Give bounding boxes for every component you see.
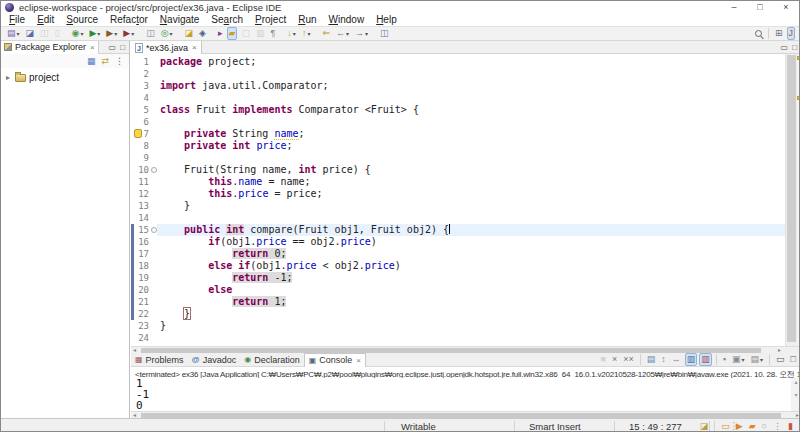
- code-line-21[interactable]: 21 return 1;: [131, 296, 785, 308]
- maximize-panel-icon[interactable]: □: [789, 353, 798, 366]
- gutter[interactable]: 13: [131, 200, 157, 212]
- flag-icon[interactable]: ▸: [216, 27, 225, 40]
- show-whitespace-icon[interactable]: ¶: [269, 27, 278, 40]
- gutter[interactable]: 11: [131, 176, 157, 188]
- minimize-window-button[interactable]: –: [721, 1, 747, 14]
- code-line-24[interactable]: 24: [131, 332, 785, 344]
- java-perspective-button[interactable]: J: [787, 27, 796, 40]
- new-class-icon[interactable]: ◎▾: [159, 27, 175, 40]
- tab-console[interactable]: ▣Console×: [304, 353, 366, 367]
- mark-occurrences-icon[interactable]: ▰: [227, 27, 238, 40]
- remove-all-launches-icon[interactable]: ××: [621, 353, 636, 366]
- code-line-6[interactable]: 6: [131, 116, 785, 128]
- tree-item-project[interactable]: ▸project: [1, 71, 129, 84]
- console-horizontal-scrollbar[interactable]: ◂ ▸: [131, 411, 800, 418]
- minimize-panel-icon[interactable]: ▭: [774, 353, 787, 366]
- gutter[interactable]: 5: [131, 104, 157, 116]
- annotations-icon[interactable]: ▢: [239, 27, 252, 40]
- code-line-8[interactable]: 8 private int price;: [131, 140, 785, 152]
- close-view-icon[interactable]: ×: [90, 43, 95, 52]
- editor-tab-ex36[interactable]: J *ex36.java ×: [131, 41, 202, 54]
- display-console-icon[interactable]: ▣▾: [730, 353, 747, 366]
- edit-trim-icon[interactable]: ▰: [747, 420, 758, 432]
- dropdown-arrow-icon[interactable]: ▾: [114, 30, 117, 37]
- scrollbar-thumb[interactable]: [787, 55, 796, 342]
- gutter[interactable]: 14: [131, 212, 157, 224]
- close-tab-icon[interactable]: ×: [356, 356, 361, 365]
- debug-icon[interactable]: ◉▾: [70, 27, 86, 40]
- scroll-lock-icon[interactable]: ↕: [659, 353, 668, 366]
- code-line-12[interactable]: 12 this.price = price;: [131, 188, 785, 200]
- code-line-9[interactable]: 9: [131, 152, 785, 164]
- show-stderr-icon[interactable]: ▥: [699, 353, 712, 366]
- dropdown-arrow-icon[interactable]: ▾: [346, 30, 349, 37]
- clear-console-icon[interactable]: ▤: [645, 353, 658, 366]
- back-icon[interactable]: ←▾: [334, 27, 351, 40]
- menu-navigate[interactable]: Navigate: [154, 14, 205, 26]
- code-area[interactable]: 1package project;23import java.util.Comp…: [131, 54, 785, 346]
- minimize-view-icon[interactable]: ▭: [107, 41, 119, 54]
- gutter[interactable]: 21: [131, 296, 157, 308]
- code-line-10[interactable]: 10 Fruit(String name, int price) {: [131, 164, 785, 176]
- tab-declaration[interactable]: ◉Declaration: [240, 353, 304, 367]
- terminate-icon[interactable]: ■: [599, 353, 608, 366]
- coverage-icon[interactable]: ▶▾: [104, 27, 119, 40]
- menu-help[interactable]: Help: [370, 14, 403, 26]
- maximize-window-button[interactable]: □: [747, 1, 773, 14]
- gutter[interactable]: 3: [131, 80, 157, 92]
- code-line-20[interactable]: 20 else: [131, 284, 785, 296]
- window-trim-icon[interactable]: ▭: [719, 420, 732, 432]
- external-tools-icon[interactable]: ▶▾: [121, 27, 136, 40]
- dropdown-arrow-icon[interactable]: ▾: [307, 30, 310, 37]
- menu-source[interactable]: Source: [60, 14, 104, 26]
- gutter[interactable]: 16: [131, 236, 157, 248]
- selected-element-icon[interactable]: ▥: [254, 27, 267, 40]
- pin-editor-icon[interactable]: ◫: [378, 27, 391, 40]
- gutter[interactable]: 9: [131, 152, 157, 164]
- last-edit-location-icon[interactable]: ⇐: [320, 27, 332, 40]
- java-decoration-icon[interactable]: ◪: [698, 420, 711, 432]
- new-java-project-icon[interactable]: ◫: [144, 27, 157, 40]
- search-flashlight-icon[interactable]: ◈: [197, 27, 208, 40]
- idle-circle-icon[interactable]: ○: [760, 420, 769, 432]
- dropdown-arrow-icon[interactable]: ▾: [365, 30, 368, 37]
- gutter[interactable]: 24: [131, 332, 157, 344]
- code-line-19[interactable]: 19 return -1;: [131, 272, 785, 284]
- editor-vertical-scrollbar[interactable]: [785, 54, 797, 346]
- overflow-dots-icon[interactable]: ⋮: [771, 420, 784, 432]
- menu-refactor[interactable]: Refactor: [104, 14, 154, 26]
- fold-marker-icon[interactable]: [151, 167, 157, 173]
- code-line-16[interactable]: 16 if(obj1.price == obj2.price): [131, 236, 785, 248]
- gutter[interactable]: 6: [131, 116, 157, 128]
- dropdown-arrow-icon[interactable]: ▾: [170, 30, 173, 37]
- gutter[interactable]: 20: [131, 284, 157, 296]
- next-annotation-icon[interactable]: ↓▾: [285, 27, 298, 40]
- gutter[interactable]: 22: [131, 308, 157, 320]
- code-line-23[interactable]: 23}: [131, 320, 785, 332]
- code-line-7[interactable]: 7 private String name;: [131, 128, 785, 140]
- gutter[interactable]: 7: [131, 128, 157, 140]
- code-line-15[interactable]: 15 public int compare(Fruit obj1, Fruit …: [131, 224, 785, 236]
- gutter[interactable]: 2: [131, 68, 157, 80]
- gutter[interactable]: 10: [131, 164, 157, 176]
- run-icon[interactable]: ▶▾: [87, 27, 102, 40]
- open-perspective-icon[interactable]: ⊞: [773, 27, 785, 40]
- gutter[interactable]: 8: [131, 140, 157, 152]
- tab-problems[interactable]: ▦Problems: [131, 353, 188, 367]
- notification-icon[interactable]: ▮: [786, 420, 795, 432]
- open-task-icon[interactable]: ◪: [183, 27, 196, 40]
- gutter[interactable]: 19: [131, 272, 157, 284]
- maximize-editor-icon[interactable]: □: [790, 41, 799, 54]
- save-icon[interactable]: ◪: [24, 27, 37, 40]
- previous-annotation-icon[interactable]: ↑▾: [300, 27, 313, 40]
- menu-project[interactable]: Project: [249, 14, 292, 26]
- code-line-5[interactable]: 5class Fruit implements Comparator <Frui…: [131, 104, 785, 116]
- expand-arrow-icon[interactable]: ▸: [6, 73, 14, 82]
- new-wizard-icon[interactable]: ▤▾: [5, 27, 22, 40]
- gutter[interactable]: 4: [131, 92, 157, 104]
- word-wrap-icon[interactable]: ↔: [670, 353, 683, 366]
- close-window-button[interactable]: ×: [773, 1, 799, 14]
- dropdown-arrow-icon[interactable]: ▾: [742, 356, 745, 363]
- menu-search[interactable]: Search: [205, 14, 249, 26]
- gutter[interactable]: 1: [131, 56, 157, 68]
